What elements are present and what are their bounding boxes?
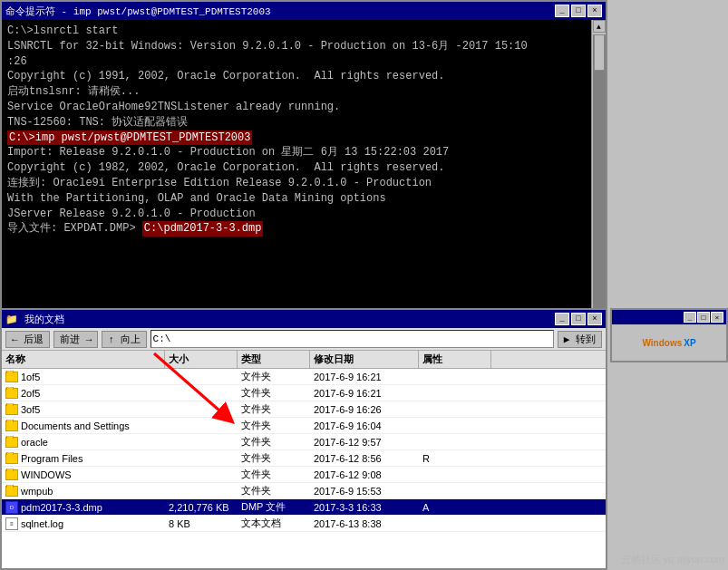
scroll-thumb[interactable] [594,34,605,71]
file-date-cell: 2017-6-9 15:53 [310,485,419,498]
folder-icon [5,469,18,480]
file-name-cell: 1of5 [2,371,165,383]
file-name-cell: ≡ sqlnet.log [2,517,165,531]
cmd-line: Copyright (c) 1982, 2002, Oracle Corpora… [7,160,600,176]
file-size-cell [165,376,238,378]
table-row[interactable]: oracle文件夹2017-6-12 9:57 [2,434,606,450]
cmd-line: C:\>imp pwst/pwst@PDMTEST_PDMTEST2003 [7,130,600,146]
cmd-line: JServer Release 9.2.0.1.0 - Production [7,207,600,222]
file-size-cell [165,392,238,394]
file-name-cell: 2of5 [2,387,165,400]
file-attr-cell [419,392,491,394]
table-row[interactable]: Documents and Settings文件夹2017-6-9 16:04 [2,418,606,434]
file-type-cell: 文件夹 [238,401,310,417]
file-attr-cell [419,523,491,525]
explorer-minimize-button[interactable]: _ [555,313,569,325]
address-bar[interactable]: C:\ [150,330,554,348]
small-close-button[interactable]: × [711,312,723,323]
forward-button[interactable]: 前进 → [53,331,98,348]
file-date-cell: 2017-6-9 16:26 [310,403,419,416]
cmd-line: 连接到: Oracle9i Enterprise Edition Release… [7,176,600,191]
scroll-up-arrow[interactable]: ▲ [593,20,606,33]
cmd-minimize-button[interactable]: _ [555,5,569,17]
explorer-toolbar: ← 后退 前进 → ↑ 向上 C:\ ▶ 转到 [2,328,606,351]
explorer-maximize-button[interactable]: □ [571,313,586,325]
goto-button[interactable]: ▶ 转到 [558,331,602,348]
file-date-cell: 2017-6-12 8:56 [310,452,419,465]
file-name-cell: 3of5 [2,403,165,416]
file-name-cell: D pdm2017-3-3.dmp [2,500,165,515]
small-window-content: Windows XP [612,324,726,361]
dmp-icon: D [5,501,18,514]
file-type-cell: 文件夹 [238,483,310,498]
file-type-cell: 文件夹 [238,418,310,433]
file-size-cell: 2,210,776 KB [165,501,238,514]
file-type-cell: 文件夹 [238,369,310,384]
col-type: 类型 [238,351,310,368]
file-attr-cell [419,425,491,427]
explorer-titlebar: 📁 我的文档 _ □ × [2,310,606,328]
table-row[interactable]: 2of5文件夹2017-6-9 16:21 [2,385,606,401]
cmd-titlebar: 命令提示符 - imp pwst/pwst@PDMTEST_PDMTEST200… [2,2,606,20]
folder-icon [5,437,18,448]
back-button[interactable]: ← 后退 [5,331,50,348]
file-size-cell: 8 KB [165,517,238,530]
file-attr-cell [419,474,491,476]
table-header: 名称 大小 类型 修改日期 属性 [2,351,606,369]
cmd-line: C:\>lsnrctl start [7,24,600,39]
table-row[interactable]: wmpub文件夹2017-6-9 15:53 [2,483,606,499]
file-date-cell: 2017-6-12 9:57 [310,436,419,449]
table-row[interactable]: Program Files文件夹2017-6-12 8:56R [2,450,606,467]
watermark: 云栖社区 yq.aliyun.com [621,553,724,566]
file-size-cell [165,409,238,411]
txt-icon: ≡ [5,517,18,530]
cmd-maximize-button[interactable]: □ [571,5,586,17]
col-attr: 属性 [419,351,491,368]
explorer-title: 📁 我的文档 [5,313,64,326]
file-type-cell: 文件夹 [238,450,310,466]
cmd-dmp-highlight: C:\pdm2017-3-3.dmp [142,221,264,237]
file-type-cell: 文件夹 [238,385,310,401]
up-button[interactable]: ↑ 向上 [102,331,146,348]
file-name-cell: WINDOWS [2,469,165,481]
table-row[interactable]: D pdm2017-3-3.dmp2,210,776 KBDMP 文件2017-… [2,499,606,516]
file-date-cell: 2017-6-12 9:08 [310,469,419,481]
file-date-cell: 2017-6-9 16:21 [310,387,419,400]
folder-icon [5,372,18,382]
small-minimize-button[interactable]: _ [684,312,696,323]
file-date-cell: 2017-6-9 16:21 [310,371,419,383]
file-name-cell: oracle [2,436,165,449]
cmd-line: TNS-12560: TNS: 协议适配器错误 [7,115,600,130]
cmd-line: Service OracleOraHome92TNSListener alrea… [7,100,600,115]
folder-icon [5,388,18,399]
file-attr-cell [419,441,491,443]
cmd-line: With the Partitioning, OLAP and Oracle D… [7,191,600,207]
cmd-line: 启动tnslsnr: 请稍侯... [7,84,600,100]
table-row[interactable]: WINDOWS文件夹2017-6-12 9:08 [2,467,606,483]
folder-icon [5,404,18,415]
cmd-line: Import: Release 9.2.0.1.0 - Production o… [7,145,600,160]
file-attr-cell [419,409,491,411]
file-date-cell: 2017-3-3 16:33 [310,501,419,514]
cmd-close-button[interactable]: × [587,5,602,17]
file-attr-cell: R [419,452,491,465]
file-date-cell: 2017-6-9 16:04 [310,420,419,432]
file-size-cell [165,490,238,492]
col-date: 修改日期 [310,351,419,368]
file-type-cell: 文件夹 [238,467,310,482]
folder-icon [5,486,18,497]
cmd-line: LSNRCTL for 32-bit Windows: Version 9.2.… [7,39,600,54]
small-maximize-button[interactable]: □ [697,312,710,323]
table-body: 1of5文件夹2017-6-9 16:21 2of5文件夹2017-6-9 16… [2,369,606,568]
col-size: 大小 [165,351,238,368]
explorer-close-button[interactable]: × [587,313,602,325]
cmd-highlight-line: C:\>imp pwst/pwst@PDMTEST_PDMTEST2003 [7,130,252,146]
file-size-cell [165,474,238,476]
folder-icon [5,420,18,431]
file-type-cell: DMP 文件 [238,499,310,515]
cmd-title: 命令提示符 - imp pwst/pwst@PDMTEST_PDMTEST200… [5,5,271,18]
table-row[interactable]: 3of5文件夹2017-6-9 16:26 [2,401,606,418]
table-row[interactable]: 1of5文件夹2017-6-9 16:21 [2,369,606,385]
table-row[interactable]: ≡ sqlnet.log8 KB文本文档2017-6-13 8:38 [2,516,606,532]
file-name-cell: Program Files [2,452,165,465]
